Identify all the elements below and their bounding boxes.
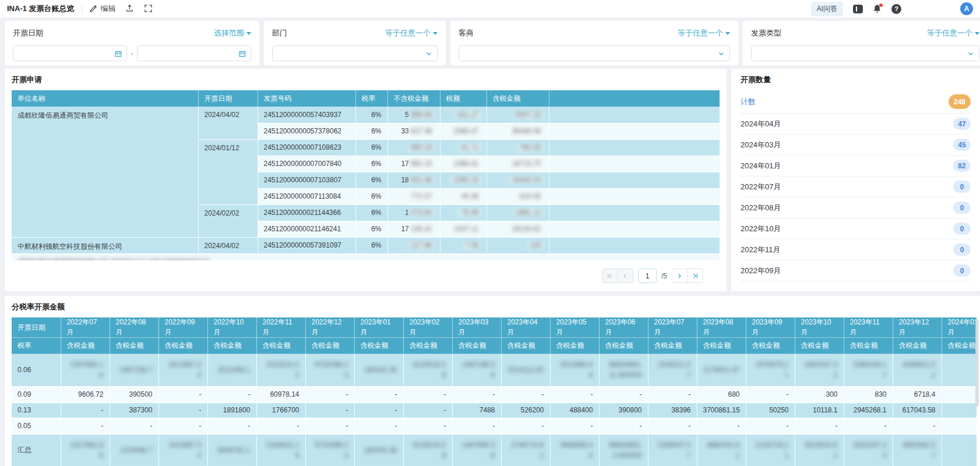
tax-value-cell: -	[354, 418, 403, 434]
filter-card-date: 开票日期 选择范围 -	[5, 21, 259, 65]
tax-value-cell: -	[403, 387, 452, 403]
count-month-badge: 0	[953, 223, 971, 235]
filter-operator-dropdown[interactable]: 等于任意一个	[927, 28, 979, 38]
filler-cell	[549, 204, 720, 221]
vendor-select[interactable]	[459, 45, 730, 61]
tax-value-cell: -	[305, 387, 354, 403]
notifications-button[interactable]	[872, 3, 883, 15]
filter-label: 客商	[459, 28, 474, 38]
invoice-column-header: 不含税金额	[387, 90, 440, 107]
tax-subheader: 含税金额	[795, 338, 844, 354]
tax-rate-label-cell: 汇总	[12, 434, 61, 466]
fullscreen-button[interactable]	[144, 4, 153, 13]
count-month-label: 2022年07月	[741, 182, 781, 192]
ai-qa-button[interactable]: AI问答	[811, 2, 843, 16]
net-visible: 1	[405, 209, 409, 217]
count-month-label: 2022年09月	[741, 266, 781, 276]
next-page-button[interactable]	[672, 269, 688, 283]
first-page-button[interactable]	[602, 269, 618, 283]
filter-label: 开票日期	[13, 28, 43, 38]
department-select[interactable]	[272, 45, 438, 61]
tax-header-row-months: 开票日期2022年07月2022年08月2022年09月2022年10月2022…	[12, 317, 977, 338]
filter-card-vendor: 客商 等于任意一个	[450, 21, 738, 65]
filter-operator-dropdown[interactable]: 等于任意一个	[385, 28, 438, 38]
tax-value-cell: 2011458.1	[207, 354, 256, 387]
tax-value-blurred: 3515815.62	[801, 440, 838, 461]
tax-value-blurred: 1104068.7	[120, 445, 153, 456]
tax-subheader: 含税金额	[697, 338, 746, 354]
tax-value-blurred: 3586985.46	[556, 440, 593, 461]
count-month-row[interactable]: 2024年03月45	[741, 135, 971, 156]
date-end-input[interactable]	[137, 45, 251, 61]
tax-value-blurred: 2307680.16	[67, 359, 104, 380]
tax-value-blurred: 2336037.07	[654, 440, 691, 461]
range-dash: -	[131, 49, 133, 58]
net-amount-cell: 17105.42	[387, 221, 440, 237]
tax-value-cell: 8133015.08	[403, 354, 452, 387]
upload-icon	[125, 4, 135, 13]
help-button[interactable]: ?	[891, 3, 902, 15]
filter-operator-dropdown[interactable]: 等于任意一个	[678, 28, 730, 38]
tax-value-blurred: 180432.36	[364, 445, 397, 456]
tax-value-cell: -	[158, 418, 207, 434]
filter-card-invoice-type: 发票类型 等于任意一个	[743, 21, 980, 65]
tax-rate-row: 0.05------------------	[12, 418, 977, 434]
tax-value-cell: 8331537.43	[844, 434, 893, 466]
expand-icon	[144, 4, 153, 13]
tax-value-cell: 2336037.07	[648, 434, 697, 466]
invoice-type-select[interactable]	[751, 45, 979, 61]
tax-blurred: 1027.11	[452, 225, 481, 233]
tax-amount-cell: 45.36	[440, 188, 487, 204]
count-month-row[interactable]: 2022年08月0	[741, 197, 971, 218]
invoice-number-cell: 24512000000057378062	[258, 123, 355, 139]
count-total-row: 计数 248	[741, 90, 971, 114]
count-card-title: 开票数量	[741, 75, 971, 85]
invoice-number-cell: 24512000000007103807	[258, 172, 355, 188]
sidebar-toggle-button[interactable]	[852, 3, 863, 15]
last-page-button[interactable]	[688, 269, 703, 283]
tax-value-blurred: 1613867.34	[165, 440, 202, 461]
tax-value-blurred: 68830863.3 900000	[605, 440, 642, 461]
date-start-input[interactable]	[13, 45, 127, 61]
tax-value-blurred: 1612867.34	[165, 359, 202, 380]
count-month-row[interactable]: 2024年04月47	[741, 114, 971, 135]
last-page-icon	[692, 273, 699, 279]
invoice-column-header: 单位名称	[12, 90, 198, 107]
net-visible: 5	[405, 111, 409, 119]
tax-subheader: 含税金额	[893, 338, 942, 354]
page-number-input[interactable]	[638, 269, 657, 283]
net-amount-cell: 33627.36	[387, 123, 440, 139]
net-visible: 18	[401, 176, 408, 184]
export-button[interactable]	[125, 4, 135, 13]
tax-blurred: 1090.15	[452, 176, 480, 184]
filter-operator-dropdown[interactable]: 选择范围	[214, 28, 251, 38]
avatar[interactable]: A	[960, 2, 973, 15]
filter-card-department: 部门 等于任意一个	[264, 21, 446, 65]
tax-subheader: 含税金额	[207, 338, 256, 354]
tax-value-cell: 1766700	[256, 403, 305, 418]
tax-value-cell: 68830863.3 900000	[599, 434, 648, 466]
tax-rate-row: 汇总2317681.881104068.71613867.343908781.1…	[12, 434, 977, 466]
tax-value-blurred: 68830863.11 900000	[605, 359, 642, 380]
prev-page-button[interactable]	[618, 269, 633, 283]
count-month-row[interactable]: 2022年07月0	[741, 176, 971, 197]
tax-value-cell: -	[158, 403, 207, 418]
invoice-number-cell: 24512000000007007840	[258, 156, 355, 172]
tax-subheader: 含税金额	[256, 338, 305, 354]
count-month-row[interactable]: 2022年10月0	[741, 218, 971, 239]
net-blurred: 772.07	[409, 192, 434, 200]
chevron-down-icon	[967, 50, 974, 57]
gross-amount-cell: 18715.70	[487, 156, 549, 172]
net-amount-cell: 772.07	[387, 188, 440, 204]
tax-blurred: 1086.41	[452, 160, 480, 168]
tax-rate-label-cell: 0.06	[12, 354, 61, 387]
invoice-column-header: 税率	[355, 90, 387, 107]
company-cell: 成都欣隆佰易通商贸有限公司	[12, 107, 198, 237]
count-month-row[interactable]: 2022年09月0	[741, 260, 971, 281]
tax-value-blurred: 9732096.23	[312, 359, 348, 380]
count-month-row[interactable]: 2022年11月0	[741, 239, 971, 260]
gross-blurred: 1861.12	[514, 209, 542, 217]
vertical-scrollbar[interactable]	[975, 319, 979, 407]
edit-button[interactable]: 编辑	[89, 3, 116, 14]
count-month-row[interactable]: 2024年01月82	[741, 156, 971, 176]
